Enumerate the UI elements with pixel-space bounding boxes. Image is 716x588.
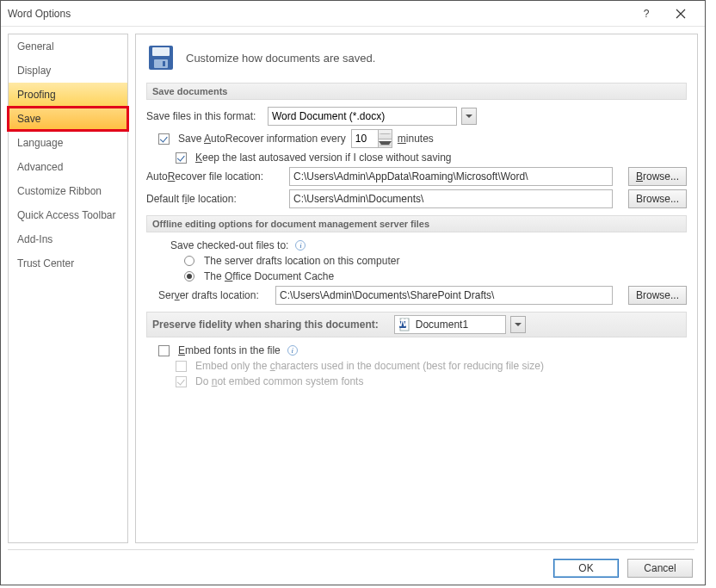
word-doc-icon: W — [398, 318, 412, 331]
spin-down[interactable] — [379, 139, 392, 148]
autorec-location-input[interactable] — [289, 167, 613, 186]
window-title: Word Options — [8, 8, 629, 20]
radio-office-cache[interactable] — [184, 271, 194, 282]
sidebar-item-qat[interactable]: Quick Access Toolbar — [9, 203, 127, 227]
sidebar-item-save[interactable]: Save — [8, 106, 128, 132]
embed-fonts-checkbox[interactable] — [158, 345, 170, 356]
chevron-down-icon — [466, 115, 472, 118]
default-loc-label: Default file location: — [146, 193, 284, 205]
sidebar-item-customize-ribbon[interactable]: Customize Ribbon — [9, 179, 127, 203]
format-label: Save files in this format: — [146, 110, 262, 122]
footer-separator — [8, 549, 694, 550]
header-description: Customize how documents are saved. — [186, 52, 375, 65]
content-pane: Customize how documents are saved. Save … — [135, 34, 698, 543]
save-disk-icon — [146, 43, 176, 72]
browse-drafts-button[interactable]: Browse... — [628, 286, 687, 305]
preserve-doc-dropdown[interactable] — [510, 316, 526, 333]
sidebar: General Display Proofing Save Language A… — [8, 34, 128, 543]
drafts-location-input[interactable] — [275, 286, 613, 305]
cancel-button[interactable]: Cancel — [627, 559, 693, 578]
autorecover-minutes[interactable]: 10 — [351, 129, 392, 148]
sidebar-item-general[interactable]: General — [9, 34, 127, 59]
close-button[interactable] — [664, 2, 698, 26]
format-value: Word Document (*.docx) — [268, 107, 457, 126]
spin-up[interactable] — [379, 130, 392, 139]
radio-server-drafts[interactable] — [184, 256, 194, 266]
sidebar-item-addins[interactable]: Add-Ins — [9, 227, 127, 251]
help-button[interactable]: ? — [629, 2, 664, 26]
info-icon[interactable]: i — [287, 345, 298, 356]
preserve-doc-select: W Document1 — [394, 315, 506, 334]
titlebar: Word Options ? — [1, 1, 705, 27]
sidebar-item-proofing[interactable]: Proofing — [9, 83, 127, 107]
section-save-documents: Save documents — [146, 83, 687, 100]
section-offline: Offline editing options for document man… — [146, 215, 687, 232]
autorecover-checkbox[interactable] — [158, 133, 170, 145]
svg-rect-2 — [154, 59, 168, 68]
info-icon[interactable]: i — [295, 240, 306, 251]
embed-only-checkbox — [176, 361, 187, 372]
default-location-input[interactable] — [289, 189, 613, 208]
section-preserve: Preserve fidelity when sharing this docu… — [146, 312, 687, 337]
sidebar-item-advanced[interactable]: Advanced — [9, 155, 127, 179]
svg-rect-3 — [163, 61, 165, 66]
sidebar-item-display[interactable]: Display — [9, 59, 127, 83]
svg-text:W: W — [398, 318, 408, 329]
format-dropdown[interactable] — [461, 108, 477, 125]
sidebar-item-trust-center[interactable]: Trust Center — [9, 251, 127, 275]
word-options-dialog: Word Options ? General Display Proofing … — [0, 0, 706, 585]
browse-autorec-button[interactable]: Browse... — [628, 167, 687, 186]
autorec-loc-label: AutoRecover file location: — [146, 170, 284, 183]
sidebar-item-language[interactable]: Language — [9, 131, 127, 155]
ok-button[interactable]: OK — [553, 559, 619, 578]
drafts-loc-label: Server drafts location: — [158, 289, 270, 301]
keep-last-checkbox[interactable] — [176, 152, 187, 164]
svg-rect-1 — [152, 47, 170, 56]
browse-default-button[interactable]: Browse... — [628, 189, 687, 208]
checked-out-label: Save checked-out files to: — [170, 239, 288, 251]
no-common-checkbox — [176, 376, 187, 387]
